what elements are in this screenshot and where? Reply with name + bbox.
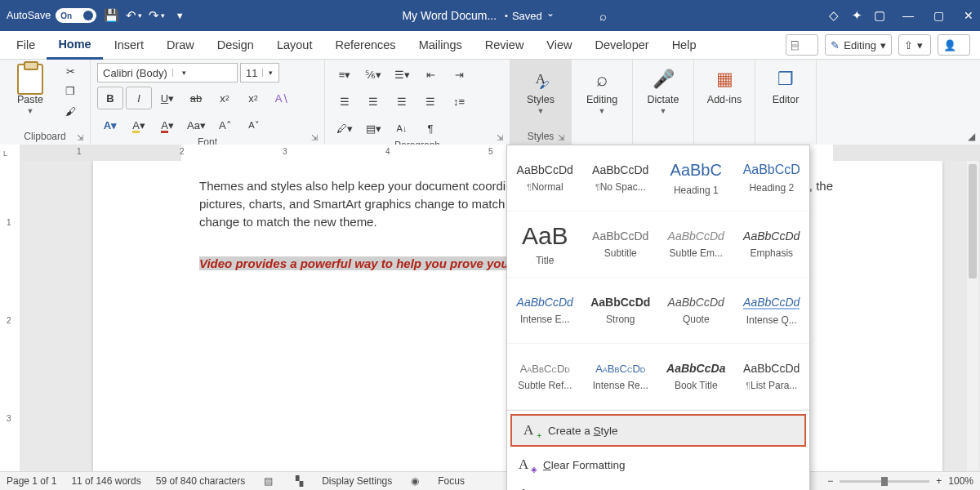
align-center-button[interactable]: ☰	[360, 90, 386, 113]
font-size-combo[interactable]: 11▾	[240, 63, 279, 82]
bullets-button[interactable]: ≡▾	[332, 63, 358, 86]
subscript-button[interactable]: x2	[212, 87, 238, 109]
vertical-scrollbar[interactable]	[967, 161, 978, 470]
font-color-button[interactable]: A▾	[154, 114, 180, 136]
style-swatch[interactable]: AaBbCcDdQuote	[658, 278, 734, 344]
style-swatch[interactable]: AaBbCcDdStrong	[583, 278, 659, 344]
scrollbar-thumb[interactable]	[969, 164, 977, 278]
tab-insert[interactable]: Insert	[103, 31, 155, 59]
multilevel-list-button[interactable]: ☰▾	[389, 63, 415, 86]
style-swatch[interactable]: AaBbCcDdIntense Re...	[583, 344, 659, 410]
document-title[interactable]: My Word Docum...	[402, 9, 497, 22]
shrink-font-button[interactable]: A˅	[241, 114, 267, 136]
tab-file[interactable]: File	[5, 31, 47, 59]
decrease-indent-button[interactable]: ⇤	[417, 63, 443, 86]
dictate-button[interactable]: 🎤 Dictate ▼	[639, 63, 687, 118]
style-swatch[interactable]: AaBbCcDdNo Spac...	[583, 145, 659, 212]
character-count[interactable]: 59 of 840 characters	[156, 475, 245, 487]
addins-button[interactable]: ▦ Add-ins	[701, 63, 748, 109]
styles-button[interactable]: A🖌 Styles ▼	[517, 63, 564, 118]
coming-soon-icon[interactable]: ✦	[849, 7, 865, 24]
style-swatch[interactable]: AaBbCcDHeading 2	[734, 145, 810, 212]
change-case-button[interactable]: Aa▾	[183, 114, 210, 136]
style-swatch[interactable]: AaBbCcDaBook Title	[658, 344, 734, 410]
font-name-combo[interactable]: Calibri (Body)▾	[97, 63, 238, 82]
zoom-slider[interactable]	[840, 480, 929, 483]
search-icon[interactable]	[595, 7, 612, 24]
increase-indent-button[interactable]: ⇥	[446, 63, 472, 86]
numbering-button[interactable]: ⅚▾	[360, 63, 386, 86]
italic-button[interactable]: I	[126, 87, 152, 109]
dialog-launcher-icon[interactable]: ⇲	[558, 133, 568, 143]
qat-customize-icon[interactable]: ▼	[172, 7, 188, 24]
tab-developer[interactable]: Developer	[584, 31, 661, 59]
document-area[interactable]: Themes and styles also help keep your do…	[20, 161, 980, 472]
collapse-ribbon-icon[interactable]: ◢	[968, 131, 975, 142]
close-button[interactable]: ✕	[964, 9, 973, 22]
comments-button[interactable]	[786, 34, 818, 56]
align-left-button[interactable]: ☰	[332, 90, 358, 113]
dialog-launcher-icon[interactable]: ⇲	[497, 133, 506, 143]
page-indicator[interactable]: Page 1 of 1	[7, 475, 56, 487]
tab-layout[interactable]: Layout	[265, 31, 324, 59]
tab-design[interactable]: Design	[206, 31, 265, 59]
grow-font-button[interactable]: A˄	[212, 114, 238, 136]
show-marks-button[interactable]: ¶	[417, 117, 443, 140]
tab-view[interactable]: View	[535, 31, 583, 59]
account-icon[interactable]: 👤	[938, 34, 970, 56]
word-count[interactable]: 11 of 146 words	[71, 475, 140, 487]
zoom-out-button[interactable]: −	[827, 475, 833, 487]
style-swatch[interactable]: AaBbCcDdNormal	[507, 145, 583, 212]
editing-button[interactable]: Editing ▼	[578, 63, 626, 118]
display-settings[interactable]: Display Settings	[322, 475, 392, 487]
copy-button[interactable]: ❐	[57, 82, 83, 100]
align-right-button[interactable]: ☰	[389, 90, 415, 113]
focus-label[interactable]: Focus	[438, 475, 465, 487]
tab-draw[interactable]: Draw	[155, 31, 206, 59]
save-status[interactable]: Saved	[505, 10, 555, 22]
accessibility-icon[interactable]: ▚	[291, 475, 307, 487]
ribbon-display-icon[interactable]: ▢	[871, 7, 888, 24]
spellcheck-icon[interactable]: ▤	[260, 475, 276, 487]
minimize-button[interactable]: ―	[902, 9, 914, 22]
sort-button[interactable]: A↓	[389, 117, 415, 140]
share-button[interactable]: ▾	[898, 34, 931, 56]
tab-review[interactable]: Review	[474, 31, 536, 59]
cut-button[interactable]: ✂	[57, 63, 83, 80]
apply-styles-menuitem[interactable]: A… Apply Styles...	[507, 479, 809, 490]
premium-diamond-icon[interactable]: ◇	[826, 7, 842, 24]
redo-icon[interactable]: ↷	[149, 7, 165, 24]
maximize-button[interactable]: ▢	[933, 9, 944, 22]
zoom-value[interactable]: 100%	[948, 475, 973, 487]
borders-button[interactable]: ▤▾	[360, 117, 386, 140]
style-swatch[interactable]: AaBbCcDdSubtitle	[583, 212, 659, 278]
style-swatch[interactable]: AaBbCcDdIntense Q...	[734, 278, 810, 344]
create-style-menuitem[interactable]: A+ Create a Style	[510, 414, 806, 447]
editing-mode-button[interactable]: Editing ▾	[825, 34, 892, 56]
clear-formatting-menuitem[interactable]: A◈ Clear Formatting	[507, 450, 809, 479]
editor-button[interactable]: ❒ Editor	[762, 63, 809, 109]
zoom-control[interactable]: − + 100%	[827, 475, 973, 487]
undo-icon[interactable]: ↶	[126, 7, 142, 24]
style-swatch[interactable]: AaBbCcDdEmphasis	[734, 212, 810, 278]
strikethrough-button[interactable]: ab	[183, 87, 209, 109]
tab-mailings[interactable]: Mailings	[408, 31, 474, 59]
highlight-button[interactable]: A▾	[126, 114, 152, 136]
tab-help[interactable]: Help	[661, 31, 708, 59]
bold-button[interactable]: B	[97, 87, 123, 109]
autosave-toggle[interactable]: AutoSave On	[7, 8, 96, 23]
style-swatch[interactable]: AaBbCcDdIntense E...	[507, 278, 583, 344]
dialog-launcher-icon[interactable]: ⇲	[77, 133, 87, 143]
zoom-in-button[interactable]: +	[936, 475, 942, 487]
text-effects-button[interactable]: A▾	[97, 114, 123, 136]
paste-button[interactable]: Paste ▼	[7, 63, 54, 118]
tab-home[interactable]: Home	[47, 31, 102, 60]
focus-icon[interactable]: ◉	[407, 475, 423, 487]
tab-references[interactable]: References	[323, 31, 407, 59]
style-swatch[interactable]: AaBTitle	[507, 212, 583, 278]
style-swatch[interactable]: AaBbCcDdSubtle Em...	[658, 212, 734, 278]
style-swatch[interactable]: AaBbCcDdList Para...	[734, 344, 810, 410]
style-swatch[interactable]: AaBbCHeading 1	[658, 145, 734, 212]
shading-button[interactable]: 🖊▾	[332, 117, 358, 140]
line-spacing-button[interactable]: ↕≡	[446, 90, 472, 113]
